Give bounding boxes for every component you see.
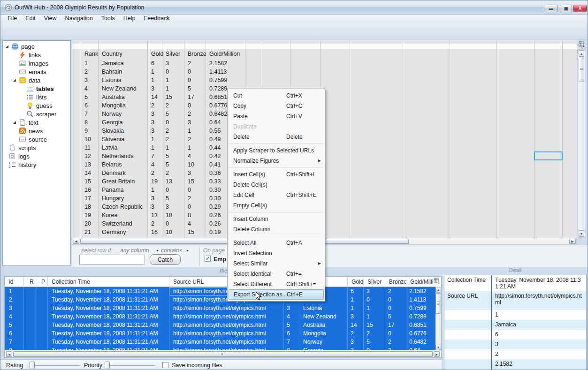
- catch-table-cell[interactable]: 5: [363, 338, 385, 346]
- catch-table-cell[interactable]: 17: [385, 321, 406, 329]
- table-cell[interactable]: Germany: [102, 228, 126, 236]
- sidebar-item-logs[interactable]: logs: [3, 152, 69, 160]
- expander-icon[interactable]: [5, 45, 9, 48]
- catch-table-row[interactable]: 3Tuesday, November 18, 2008 11:31:21 AMh…: [5, 304, 435, 312]
- table-cell[interactable]: 4: [151, 160, 154, 169]
- menu-feedback[interactable]: Feedback: [140, 15, 174, 23]
- table-cell[interactable]: 1: [151, 143, 154, 152]
- catch-column-header[interactable]: Gold/Milli: [406, 277, 435, 287]
- table-cell[interactable]: 0.7289: [209, 84, 227, 93]
- grid-column-header[interactable]: Silver: [166, 49, 180, 59]
- table-cell[interactable]: 1: [151, 135, 154, 143]
- catch-column-header[interactable]: Bronze: [385, 277, 406, 287]
- table-cell[interactable]: 5: [166, 194, 169, 203]
- context-menu-item-select-identical[interactable]: Select IdenticalCtrl+=: [229, 269, 324, 279]
- table-cell[interactable]: 3: [151, 110, 154, 118]
- table-cell[interactable]: 15: [188, 228, 194, 236]
- catch-table-cell[interactable]: [37, 287, 47, 295]
- catch-table-cell[interactable]: [23, 287, 37, 295]
- table-cell[interactable]: 2: [188, 59, 191, 68]
- scroll-up-button[interactable]: ▲: [435, 287, 441, 293]
- sidebar-item-text[interactable]: text: [3, 118, 69, 127]
- catch-table-row[interactable]: 6Tuesday, November 18, 2008 11:31:21 AMh…: [5, 329, 435, 338]
- table-cell[interactable]: 1.4113: [209, 68, 227, 76]
- catch-table-cell[interactable]: [37, 312, 47, 321]
- table-cell[interactable]: 6: [151, 59, 154, 68]
- catch-table-cell[interactable]: 1: [363, 304, 385, 312]
- catch-table-cell[interactable]: Tuesday, November 18, 2008 11:31:21 AM: [47, 329, 169, 338]
- catch-table-cell[interactable]: 5: [5, 321, 23, 329]
- sidebar-item-guess[interactable]: guess: [3, 101, 69, 110]
- table-cell[interactable]: 0.6482: [209, 110, 227, 118]
- catch-table-cell[interactable]: 3: [363, 287, 385, 295]
- context-menu-item-normalize-figures[interactable]: Normalize Figures▶: [229, 156, 324, 166]
- table-cell[interactable]: 19: [84, 211, 91, 219]
- table-cell[interactable]: Great Britain: [102, 177, 135, 186]
- column-picker-icon[interactable]: [578, 41, 586, 48]
- catch-table-cell[interactable]: 2.1582: [406, 287, 435, 295]
- table-cell[interactable]: 0.7599: [209, 76, 227, 84]
- sidebar-item-lists[interactable]: lists: [3, 93, 69, 101]
- context-menu-item-invert-selection[interactable]: Invert Selection: [229, 248, 324, 258]
- table-cell[interactable]: 6: [84, 101, 88, 110]
- table-row[interactable]: 1Jamaica6322.1582: [72, 59, 577, 68]
- catch-table-cell[interactable]: 8: [5, 346, 23, 350]
- sidebar-item-tables[interactable]: tables: [3, 84, 69, 93]
- table-cell[interactable]: 2: [151, 219, 154, 228]
- table-cell[interactable]: 17: [84, 194, 91, 203]
- table-cell[interactable]: 0.26: [209, 211, 221, 219]
- table-cell[interactable]: 2.1582: [209, 59, 227, 68]
- context-menu-item-delete[interactable]: DeleteDelete: [229, 132, 324, 142]
- table-cell[interactable]: 11: [84, 143, 91, 152]
- context-menu-item-copy[interactable]: CopyCtrl+C: [229, 101, 324, 111]
- scroll-right-button[interactable]: ▶: [569, 239, 576, 244]
- table-cell[interactable]: 3: [188, 169, 191, 177]
- table-cell[interactable]: Bahrain: [102, 68, 122, 76]
- catch-table-cell[interactable]: [37, 338, 47, 346]
- catch-table-cell[interactable]: 3: [347, 346, 363, 350]
- table-cell[interactable]: 0.6776: [209, 101, 227, 110]
- table-cell[interactable]: 5: [188, 84, 191, 93]
- catch-column-header[interactable]: Collection Time: [47, 277, 169, 287]
- table-cell[interactable]: 4: [84, 84, 88, 93]
- catch-table-cell[interactable]: 0: [363, 295, 385, 304]
- catch-table-cell[interactable]: 4: [5, 312, 23, 321]
- table-cell[interactable]: Denmark: [102, 169, 126, 177]
- catch-column-header[interactable]: P: [37, 277, 47, 287]
- catch-column-header[interactable]: Silver: [363, 277, 385, 287]
- table-cell[interactable]: 13: [151, 211, 158, 219]
- scroll-right-button[interactable]: ▶: [434, 351, 440, 357]
- catch-table-cell[interactable]: Tuesday, November 18, 2008 11:31:21 AM: [47, 338, 169, 346]
- table-cell[interactable]: 0.26: [209, 219, 221, 228]
- grid-column-header[interactable]: Rank: [84, 49, 98, 59]
- table-cell[interactable]: Korea: [102, 211, 117, 219]
- sidebar-item-history[interactable]: 1.2.history: [3, 160, 69, 169]
- table-row[interactable]: 3Estonia1100.7599: [72, 76, 577, 84]
- table-cell[interactable]: 3: [151, 118, 154, 127]
- catch-table-cell[interactable]: 3: [283, 304, 300, 312]
- catch-table-cell[interactable]: [37, 295, 47, 304]
- catch-table-cell[interactable]: 1: [347, 295, 363, 304]
- catch-table-cell[interactable]: 7: [5, 338, 23, 346]
- table-cell[interactable]: 0.30: [209, 194, 221, 203]
- table-cell[interactable]: 0.33: [209, 177, 221, 186]
- table-cell[interactable]: 4: [188, 152, 191, 160]
- catch-table-row[interactable]: 7Tuesday, November 18, 2008 11:31:21 AMh…: [5, 338, 435, 346]
- table-cell[interactable]: 2: [188, 110, 191, 118]
- close-button[interactable]: X: [573, 5, 587, 12]
- sidebar-item-scraper[interactable]: scraper: [3, 110, 69, 118]
- table-cell[interactable]: 5: [166, 152, 169, 160]
- catch-table-cell[interactable]: http://simon.forsyth.net/olympics.html: [169, 329, 283, 338]
- catch-table-cell[interactable]: 2: [5, 295, 23, 304]
- catch-table-cell[interactable]: 3: [347, 338, 363, 346]
- table-cell[interactable]: 10: [166, 211, 172, 219]
- scroll-down-button[interactable]: ▼: [579, 230, 584, 237]
- table-cell[interactable]: 2: [151, 169, 154, 177]
- catch-table-cell[interactable]: http://simon.forsyth.net/olympics.html: [169, 312, 283, 321]
- menu-help[interactable]: Help: [119, 15, 140, 23]
- context-menu-item-select-all[interactable]: Select AllCtrl+A: [229, 238, 324, 248]
- table-cell[interactable]: 5: [166, 110, 169, 118]
- table-cell[interactable]: Latvia: [102, 143, 117, 152]
- menu-edit[interactable]: Edit: [21, 15, 40, 23]
- table-cell[interactable]: Mongolia: [102, 101, 126, 110]
